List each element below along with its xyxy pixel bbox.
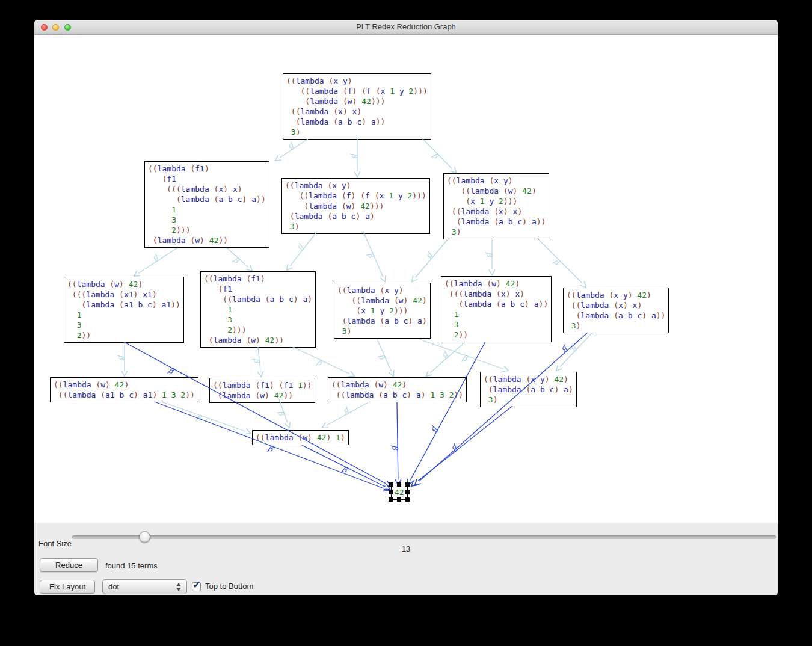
graph-canvas[interactable]: ((lambda (x y) ((lambda (f) (f (x 1 y 2)… bbox=[34, 35, 778, 523]
svg-text:β: β bbox=[390, 445, 399, 451]
svg-text:β: β bbox=[366, 251, 376, 260]
term-node-n14[interactable]: ((lambda (w) 42) 1) bbox=[252, 430, 349, 445]
svg-text:β: β bbox=[569, 343, 579, 353]
svg-text:β: β bbox=[315, 357, 324, 368]
top-to-bottom-label: Top to Bottom bbox=[205, 582, 253, 591]
window-titlebar[interactable]: PLT Redex Reduction Graph bbox=[34, 20, 778, 35]
selection-handle[interactable] bbox=[405, 497, 410, 502]
term-node-n8[interactable]: ((lambda (w) 42) (((lambda (x) x) (lambd… bbox=[441, 276, 552, 342]
fix-layout-button[interactable]: Fix Layout bbox=[40, 580, 95, 594]
svg-text:β: β bbox=[287, 141, 297, 152]
term-node-n7[interactable]: ((lambda (x y) ((lambda (w) 42) (x 1 y 2… bbox=[334, 283, 431, 339]
selection-handle[interactable] bbox=[397, 497, 401, 502]
layout-dropdown-value: dot bbox=[108, 582, 119, 591]
svg-text:β: β bbox=[552, 257, 562, 267]
slider-thumb[interactable] bbox=[139, 531, 150, 543]
svg-text:β: β bbox=[296, 242, 306, 252]
term-node-n10[interactable]: ((lambda (w) 42) ((lambda (a1 b c) a1) 1… bbox=[50, 377, 198, 402]
status-text: found 15 terms bbox=[105, 561, 158, 570]
term-node-n11[interactable]: ((lambda (f1) (f1 1)) (lambda (w) 42)) bbox=[209, 378, 315, 403]
window-title: PLT Redex Reduction Graph bbox=[34, 20, 778, 34]
selection-handle[interactable] bbox=[389, 490, 393, 494]
svg-text:β: β bbox=[232, 255, 242, 265]
term-node-n2[interactable]: ((lambda (f1) (f1 (((lambda (x) x) (lamb… bbox=[144, 161, 269, 248]
svg-text:β: β bbox=[429, 425, 440, 434]
selection-handle[interactable] bbox=[397, 482, 401, 487]
control-panel: Font Size 13 Reduce found 15 terms Fix L… bbox=[34, 523, 778, 595]
slider-track[interactable] bbox=[72, 535, 776, 539]
term-node-n5[interactable]: ((lambda (w) 42) (((lambda (x1) x1) (lam… bbox=[64, 277, 184, 343]
redex-window: PLT Redex Reduction Graph ((lambda (x y)… bbox=[34, 20, 778, 595]
svg-text:β: β bbox=[340, 464, 349, 475]
checkmark-icon: ✓ bbox=[192, 579, 201, 591]
term-node-n12[interactable]: ((lambda (w) 42) ((lambda (a b c) a) 1 3… bbox=[328, 377, 467, 402]
term-node-n6[interactable]: ((lambda (f1) (f1 ((lambda (a b c) a) 1 … bbox=[200, 271, 316, 348]
svg-text:β: β bbox=[485, 252, 494, 257]
svg-text:β: β bbox=[152, 253, 161, 263]
desktop-background: PLT Redex Reduction Graph ((lambda (x y)… bbox=[0, 0, 812, 646]
selection-handle[interactable] bbox=[389, 482, 393, 487]
term-node-n3[interactable]: ((lambda (x y) ((lambda (f) (f (x 1 y 2)… bbox=[281, 178, 430, 234]
selection-handle[interactable] bbox=[405, 482, 410, 487]
stepper-arrows-icon bbox=[176, 583, 182, 591]
svg-text:β: β bbox=[195, 413, 203, 423]
selection-handle[interactable] bbox=[389, 497, 393, 502]
font-size-slider[interactable] bbox=[72, 531, 776, 543]
svg-text:β: β bbox=[276, 410, 286, 418]
svg-text:β: β bbox=[342, 406, 351, 416]
svg-text:β: β bbox=[560, 344, 570, 354]
svg-text:β: β bbox=[117, 355, 126, 360]
svg-text:β: β bbox=[377, 353, 387, 361]
svg-text:β: β bbox=[461, 353, 469, 363]
font-size-value: 13 bbox=[34, 544, 778, 553]
svg-text:β: β bbox=[450, 443, 460, 453]
term-node-n13[interactable]: ((lambda (x y) 42) (lambda (a b c) a) 3) bbox=[480, 372, 577, 407]
svg-text:β: β bbox=[441, 350, 451, 360]
selection-handle[interactable] bbox=[405, 490, 410, 494]
svg-text:β: β bbox=[425, 251, 435, 261]
term-node-n4[interactable]: ((lambda (x y) ((lambda (w) 42) (x 1 y 2… bbox=[443, 173, 549, 239]
svg-text:β: β bbox=[431, 151, 441, 161]
layout-dropdown[interactable]: dot bbox=[102, 579, 187, 594]
term-node-n1[interactable]: ((lambda (x y) ((lambda (f) (f (x 1 y 2)… bbox=[283, 73, 431, 140]
svg-text:β: β bbox=[350, 153, 359, 159]
top-to-bottom-checkbox[interactable]: ✓ bbox=[192, 582, 201, 591]
reduce-button[interactable]: Reduce bbox=[40, 558, 98, 572]
term-node-n9[interactable]: ((lambda (x y) 42) ((lambda (x) x) (lamb… bbox=[563, 288, 669, 333]
svg-text:β: β bbox=[252, 358, 262, 364]
svg-text:β: β bbox=[167, 366, 176, 376]
